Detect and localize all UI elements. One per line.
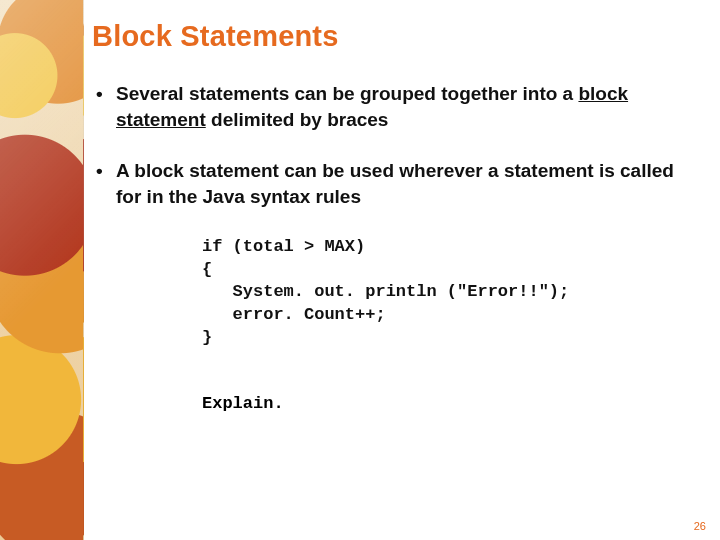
bullet-item: Several statements can be grouped togeth… — [92, 81, 684, 132]
page-number: 26 — [694, 520, 706, 532]
explain-label: Explain. — [202, 394, 684, 413]
code-snippet: if (total > MAX) { System. out. println … — [202, 236, 684, 351]
slide-content: Block Statements Several statements can … — [88, 20, 700, 520]
bullet-list: Several statements can be grouped togeth… — [92, 81, 684, 210]
bullet-text-post: delimited by braces — [206, 109, 389, 130]
page-title: Block Statements — [92, 20, 684, 53]
bullet-text-pre: A block statement can be used wherever a… — [116, 160, 674, 207]
bullet-item: A block statement can be used wherever a… — [92, 158, 684, 209]
decorative-leaf-strip — [0, 0, 84, 540]
bullet-text-pre: Several statements can be grouped togeth… — [116, 83, 578, 104]
